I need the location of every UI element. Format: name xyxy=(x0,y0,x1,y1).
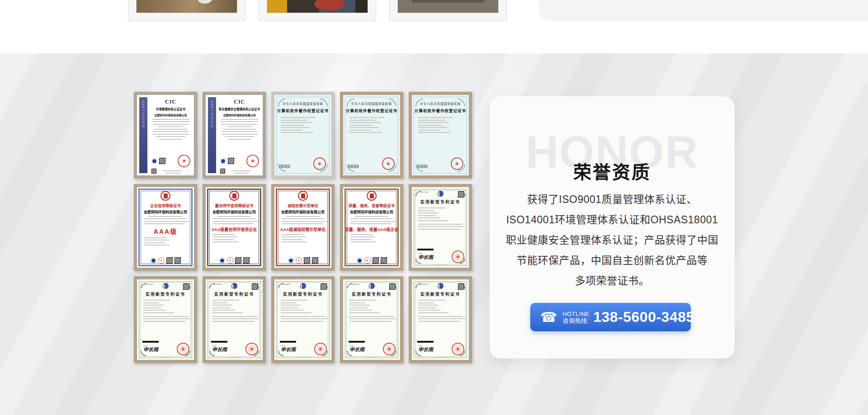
signature-text: 申长雨 xyxy=(212,345,227,353)
hotline-labels: HOTLINE 咨询热线: xyxy=(562,311,590,324)
barcode-icon xyxy=(417,165,428,168)
honor-card: HONOR 荣誉资质 获得了ISO9001质量管理体系认证、ISO14001环境… xyxy=(490,96,735,358)
qr-code-icon xyxy=(243,257,250,264)
red-seal-icon xyxy=(452,250,464,263)
certificate-number-line xyxy=(142,284,153,285)
certificate-ornate-border xyxy=(207,189,261,266)
cic-mark-icon xyxy=(220,158,226,164)
honor-description-line: 节能环保产品，中国自主创新名优产品等 xyxy=(499,250,726,271)
certificate-side-band: CERTIFICATE xyxy=(208,97,216,173)
signature-text: 申长雨 xyxy=(418,345,433,353)
red-seal-icon xyxy=(382,157,395,170)
red-seal-icon xyxy=(383,343,396,355)
red-seal-icon xyxy=(451,157,463,170)
certificate-thumb[interactable]: 重合同守信用等级证书 合肥珂玛环保科技有限公司 AAA级重合同守信用企业 xyxy=(203,184,266,271)
previous-section-remnant xyxy=(0,0,868,53)
qr-code-icon xyxy=(220,169,225,174)
certificate-thumb[interactable]: 中华人民共和国国家版权局 计算机软件著作权登记证书 xyxy=(340,92,403,179)
qr-code-icon xyxy=(151,169,156,174)
credit-mark-icon xyxy=(151,258,156,264)
credit-mark-icon xyxy=(219,258,225,264)
yellow-truck-worksite-photo xyxy=(267,0,368,13)
qr-code-icon xyxy=(235,257,241,264)
barcode-icon xyxy=(211,341,227,343)
honor-title: 荣誉资质 xyxy=(490,158,735,184)
certificate-thumb[interactable]: 实用新型专利证书 申长雨 xyxy=(409,184,472,271)
barcode-icon xyxy=(280,165,291,168)
certificate-thumb[interactable]: 实用新型专利证书 申长雨 xyxy=(340,276,403,363)
certificate-title: 环境管理体系认证证书 xyxy=(150,107,192,111)
qr-code-icon xyxy=(159,158,165,164)
certificate-ornate-border xyxy=(344,189,399,266)
barcode-icon xyxy=(349,341,365,343)
project-photo-card-3[interactable] xyxy=(389,0,507,21)
certificate-thumb[interactable]: CERTIFICATE CIC 环境管理体系认证证书 合肥珂玛环保科技有限公司 xyxy=(134,92,197,179)
cnipa-logo-icon xyxy=(368,283,375,289)
qr-code-icon xyxy=(373,257,379,264)
cic-mark-icon xyxy=(151,158,157,164)
cic-logo: CIC xyxy=(218,99,260,105)
top-right-panel xyxy=(539,0,868,21)
red-seal-icon xyxy=(158,257,165,264)
honor-description-line: ISO14001环境管理体系认证和OHSAS18001 xyxy=(499,210,726,230)
certificate-thumb[interactable]: 实用新型专利证书 申长雨 xyxy=(409,276,472,363)
red-seal-icon xyxy=(452,343,464,355)
qr-code-icon xyxy=(321,283,327,290)
hotline-number: 138-5600-3485 xyxy=(593,309,694,325)
qr-code-icon xyxy=(389,283,396,290)
certificate-number-line xyxy=(349,284,359,285)
qr-code-icon xyxy=(252,283,258,290)
certificate-side-band: CERTIFICATE xyxy=(139,97,147,173)
hotline-button[interactable]: HOTLINE 咨询热线: 138-5600-3485 xyxy=(530,303,691,331)
certificate-ornate-border xyxy=(138,189,193,266)
signature-text: 申长雨 xyxy=(143,345,158,353)
project-photo-card-2[interactable] xyxy=(259,0,376,21)
concrete-pit-photo xyxy=(397,0,499,13)
red-seal-icon xyxy=(227,257,233,264)
certificate-footer-line xyxy=(297,357,309,358)
certificate-thumb[interactable]: 中华人民共和国国家版权局 计算机软件著作权登记证书 xyxy=(271,92,335,179)
hotline-label-zh: 咨询热线: xyxy=(562,317,589,324)
certificate-thumb[interactable]: 实用新型专利证书 申长雨 xyxy=(134,276,197,363)
red-seal-icon xyxy=(177,343,189,355)
certificate-footer-line xyxy=(434,357,447,358)
qr-code-icon xyxy=(312,257,318,264)
red-seal-icon xyxy=(313,157,326,170)
qr-code-icon xyxy=(228,158,234,164)
certificate-thumb[interactable]: CERTIFICATE CIC 职业健康安全管理体系认证证书 合肥珂玛环保科技有… xyxy=(203,92,266,179)
certificate-company: 合肥珂玛环保科技有限公司 xyxy=(218,113,260,117)
signature-text: 申长雨 xyxy=(349,345,364,353)
certificate-number-line xyxy=(417,284,428,285)
red-seal-icon xyxy=(364,257,371,264)
excavation-green-net-photo xyxy=(136,0,237,13)
qr-code-icon xyxy=(175,257,181,264)
signature-text: 申长雨 xyxy=(281,345,296,353)
certificate-thumb[interactable]: 中华人民共和国国家版权局 计算机软件著作权登记证书 xyxy=(409,92,472,179)
cnipa-logo-icon xyxy=(437,191,443,197)
honor-description-line: 多项荣誉证书。 xyxy=(499,271,726,291)
certificate-thumb[interactable]: 质量、服务、信誉等级证书 合肥珂玛环保科技有限公司 质量、服务、信誉AAA级企业 xyxy=(340,184,403,271)
certificate-number-line xyxy=(417,192,428,193)
page: CERTIFICATE CIC 环境管理体系认证证书 合肥珂玛环保科技有限公司 … xyxy=(0,0,868,415)
qr-code-icon xyxy=(381,257,387,264)
cnipa-logo-icon xyxy=(437,283,443,289)
signature-text: 申长雨 xyxy=(418,253,433,260)
certificate-grid: CERTIFICATE CIC 环境管理体系认证证书 合肥珂玛环保科技有限公司 … xyxy=(134,92,472,363)
phone-icon xyxy=(540,311,557,324)
barcode-icon xyxy=(417,249,434,250)
project-photo-card-1[interactable] xyxy=(128,0,245,21)
certificate-footer-line xyxy=(228,357,241,358)
certificate-thumb[interactable]: 实用新型专利证书 申长雨 xyxy=(271,276,335,363)
red-seal-icon xyxy=(245,343,258,355)
credit-mark-icon xyxy=(357,258,363,264)
honor-description-line: 获得了ISO9001质量管理体系认证、 xyxy=(499,189,726,210)
red-seal-icon xyxy=(296,257,302,264)
certificate-company: 合肥珂玛环保科技有限公司 xyxy=(150,113,192,117)
certificate-thumb[interactable]: 企业信用等级证书 合肥珂玛环保科技有限公司 AAA级 xyxy=(134,184,197,271)
barcode-icon xyxy=(142,341,159,343)
certificate-footer-line xyxy=(159,357,172,358)
qr-code-icon xyxy=(183,283,189,290)
cnipa-logo-icon xyxy=(231,283,237,289)
certificate-thumb[interactable]: 诚信经营示范单位 合肥珂玛环保科技有限公司 AAA级诚信经营示范单位 xyxy=(271,184,335,271)
certificate-thumb[interactable]: 实用新型专利证书 申长雨 xyxy=(203,276,266,363)
